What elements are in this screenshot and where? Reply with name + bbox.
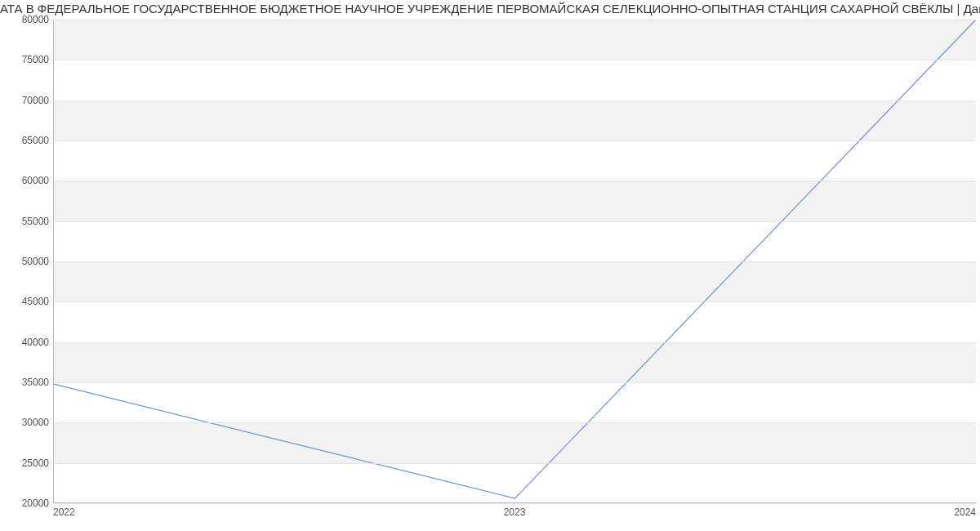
y-tick-label: 80000	[0, 14, 49, 25]
x-tick-label: 2024	[954, 506, 976, 518]
y-tick-label: 55000	[0, 216, 49, 227]
y-tick-label: 60000	[0, 175, 49, 186]
y-gridline	[54, 181, 976, 181]
y-tick-label: 20000	[0, 498, 49, 509]
y-gridline	[54, 141, 976, 141]
series-line	[54, 20, 976, 498]
y-gridline	[54, 100, 976, 101]
y-tick-label: 40000	[0, 337, 49, 348]
y-tick-label: 50000	[0, 256, 49, 267]
y-tick-label: 25000	[0, 457, 49, 469]
y-gridline	[54, 301, 976, 302]
y-gridline	[54, 221, 976, 222]
y-tick-label: 70000	[0, 95, 49, 106]
y-gridline	[54, 60, 976, 60]
y-gridline	[54, 342, 976, 343]
chart-container: АТА В ФЕДЕРАЛЬНОЕ ГОСУДАРСТВЕННОЕ БЮДЖЕТ…	[0, 0, 980, 531]
y-gridline	[54, 463, 976, 464]
y-gridline	[54, 20, 976, 20]
y-tick-label: 75000	[0, 54, 49, 65]
y-gridline	[54, 422, 976, 423]
y-gridline	[54, 261, 976, 262]
y-gridline	[54, 503, 976, 504]
x-tick-label: 2022	[53, 506, 75, 518]
y-tick-label: 30000	[0, 417, 49, 428]
chart-title: АТА В ФЕДЕРАЛЬНОЕ ГОСУДАРСТВЕННОЕ БЮДЖЕТ…	[0, 0, 980, 16]
y-tick-label: 35000	[0, 377, 49, 388]
x-tick-label: 2023	[504, 506, 526, 518]
plot-area	[53, 20, 976, 503]
y-tick-label: 65000	[0, 135, 49, 146]
y-gridline	[54, 382, 976, 383]
y-tick-label: 45000	[0, 296, 49, 307]
